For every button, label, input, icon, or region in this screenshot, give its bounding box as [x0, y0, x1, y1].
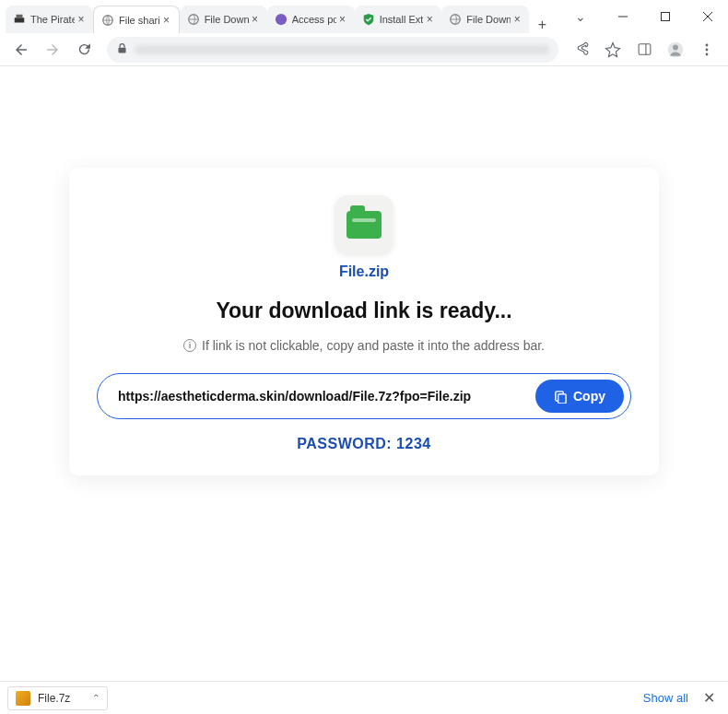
globe-icon — [449, 13, 462, 26]
purple-circle-icon — [275, 13, 288, 26]
address-bar[interactable] — [107, 37, 558, 63]
shield-icon — [362, 13, 375, 26]
profile-icon[interactable] — [662, 36, 689, 64]
globe-icon — [101, 14, 114, 27]
svg-rect-0 — [15, 18, 25, 22]
close-window-button[interactable] — [695, 4, 721, 29]
window-controls: ⌄ — [575, 0, 728, 33]
maximize-button[interactable] — [652, 4, 678, 29]
svg-rect-1 — [17, 15, 23, 18]
tab-file-download-1[interactable]: File Down × — [180, 6, 267, 33]
svg-rect-11 — [639, 44, 651, 54]
close-icon[interactable]: × — [75, 13, 88, 26]
tab-label: The Pirate — [30, 14, 75, 25]
share-icon[interactable] — [568, 36, 595, 64]
close-icon[interactable]: × — [160, 14, 173, 27]
chevron-down-icon[interactable]: ⌄ — [575, 9, 586, 24]
download-shelf: File.7z ⌃ Show all ✕ — [0, 681, 728, 714]
tab-strip: The Pirate × File shari × File Down × Ac… — [0, 0, 575, 33]
download-card: File.zip Your download link is ready... … — [69, 168, 659, 475]
minimize-button[interactable] — [610, 4, 636, 29]
svg-rect-19 — [558, 393, 566, 403]
lock-icon — [116, 42, 128, 57]
info-icon: i — [183, 339, 196, 352]
new-tab-button[interactable]: + — [529, 17, 555, 33]
copy-icon — [554, 390, 568, 404]
svg-point-4 — [276, 14, 287, 25]
hint-label: If link is not clickable, copy and paste… — [202, 338, 545, 353]
printer-icon — [13, 13, 26, 26]
back-button[interactable] — [7, 36, 35, 64]
close-icon[interactable]: × — [423, 13, 436, 26]
show-all-link[interactable]: Show all — [643, 691, 688, 705]
svg-point-14 — [673, 44, 678, 50]
tab-pirate[interactable]: The Pirate × — [6, 6, 93, 33]
copy-label: Copy — [573, 389, 605, 404]
file-icon — [335, 195, 393, 254]
tab-access[interactable]: Access po × — [267, 6, 355, 33]
star-icon[interactable] — [599, 36, 627, 64]
download-filename: File.7z — [38, 692, 70, 705]
svg-point-15 — [706, 43, 709, 46]
close-shelf-button[interactable]: ✕ — [698, 685, 721, 710]
archive-icon — [16, 691, 30, 706]
window-titlebar: The Pirate × File shari × File Down × Ac… — [0, 0, 728, 33]
download-link-row: https://aestheticderma.skin/download/Fil… — [97, 373, 631, 419]
svg-rect-10 — [118, 47, 125, 53]
svg-rect-7 — [662, 13, 670, 21]
browser-toolbar — [0, 33, 728, 66]
menu-icon[interactable] — [693, 36, 721, 64]
svg-point-16 — [706, 48, 709, 51]
tab-label: Install Ext — [380, 14, 424, 25]
tab-label: Access po — [292, 14, 336, 25]
download-url[interactable]: https://aestheticderma.skin/download/Fil… — [118, 389, 535, 404]
chevron-up-icon[interactable]: ⌃ — [92, 693, 100, 703]
tab-label: File shari — [119, 15, 160, 26]
tab-label: File Down — [205, 14, 249, 25]
close-icon[interactable]: × — [336, 13, 349, 26]
tab-install-ext[interactable]: Install Ext × — [355, 6, 442, 33]
forward-button[interactable] — [39, 36, 66, 64]
tab-label: File Down — [466, 14, 511, 25]
url-obscured — [135, 45, 549, 54]
download-item[interactable]: File.7z ⌃ — [7, 686, 108, 710]
hint-text: i If link is not clickable, copy and pas… — [97, 338, 631, 353]
tab-file-sharing[interactable]: File shari × — [93, 6, 180, 33]
side-panel-icon[interactable] — [630, 36, 658, 64]
page-content: File.zip Your download link is ready... … — [0, 66, 728, 681]
page-heading: Your download link is ready... — [97, 298, 631, 323]
close-icon[interactable]: × — [249, 13, 262, 26]
password-label: PASSWORD: 1234 — [97, 436, 631, 452]
close-icon[interactable]: × — [511, 13, 523, 26]
globe-icon — [187, 13, 200, 26]
copy-button[interactable]: Copy — [535, 380, 624, 413]
tab-file-download-2[interactable]: File Down × — [441, 6, 529, 33]
svg-point-17 — [706, 53, 709, 55]
filename-label: File.zip — [97, 263, 631, 280]
reload-button[interactable] — [70, 36, 98, 64]
